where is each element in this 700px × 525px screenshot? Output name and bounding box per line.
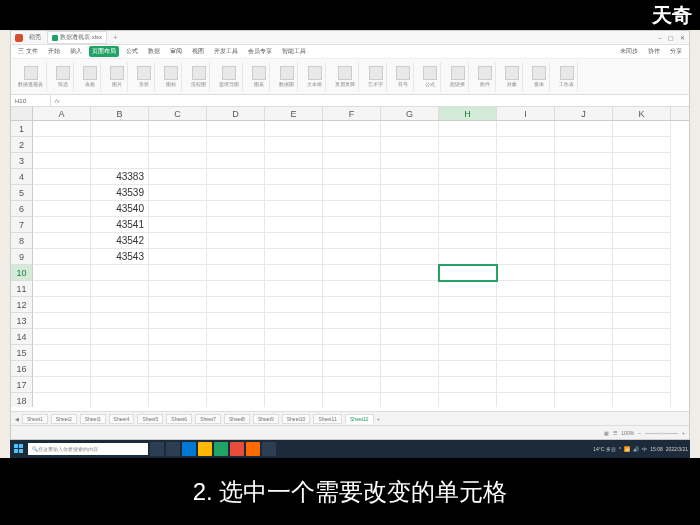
cell[interactable]: [149, 345, 207, 361]
cell[interactable]: [323, 153, 381, 169]
cell[interactable]: [265, 153, 323, 169]
row-header[interactable]: 10: [11, 265, 33, 281]
cell[interactable]: [207, 233, 265, 249]
cell[interactable]: [265, 393, 323, 407]
cell[interactable]: [613, 281, 671, 297]
cell[interactable]: [555, 137, 613, 153]
ribbon-group[interactable]: 图表: [249, 62, 270, 92]
cell[interactable]: [439, 201, 497, 217]
wifi-icon[interactable]: 📶: [624, 446, 630, 452]
menu-item[interactable]: 页面布局: [89, 46, 119, 57]
cell[interactable]: [439, 121, 497, 137]
row-header[interactable]: 11: [11, 281, 33, 297]
cell[interactable]: [439, 169, 497, 185]
cell[interactable]: [613, 249, 671, 265]
menu-item[interactable]: 数据: [145, 46, 163, 57]
menu-item[interactable]: 智能工具: [279, 46, 309, 57]
cell[interactable]: [555, 217, 613, 233]
cell[interactable]: [555, 345, 613, 361]
cell[interactable]: [381, 121, 439, 137]
add-sheet-button[interactable]: +: [377, 416, 380, 422]
zoom-slider[interactable]: ———○———: [645, 430, 678, 436]
ribbon-group[interactable]: 艺术字: [365, 62, 387, 92]
menu-item[interactable]: 审阅: [167, 46, 185, 57]
ribbon-group[interactable]: 图标: [161, 62, 182, 92]
cell[interactable]: [33, 137, 91, 153]
cell[interactable]: [323, 265, 381, 281]
sheet-tab[interactable]: Sheet7: [195, 414, 221, 424]
ribbon-group[interactable]: 文本框: [304, 62, 326, 92]
sheet-tab[interactable]: Sheet6: [166, 414, 192, 424]
cell[interactable]: [323, 137, 381, 153]
zoom-out-icon[interactable]: −: [638, 430, 641, 436]
cell[interactable]: [265, 361, 323, 377]
cell[interactable]: [91, 281, 149, 297]
cell[interactable]: [381, 393, 439, 407]
cell[interactable]: [439, 153, 497, 169]
cell[interactable]: [439, 329, 497, 345]
cell[interactable]: [439, 345, 497, 361]
cell[interactable]: [555, 393, 613, 407]
sheet-nav-prev-icon[interactable]: ◀: [15, 416, 19, 422]
sheet-tab[interactable]: Sheet1: [22, 414, 48, 424]
cell[interactable]: [265, 185, 323, 201]
cell[interactable]: [207, 281, 265, 297]
cell[interactable]: 43383: [91, 169, 149, 185]
cell[interactable]: [381, 329, 439, 345]
cell[interactable]: [33, 233, 91, 249]
cell[interactable]: [439, 393, 497, 407]
cell[interactable]: [381, 201, 439, 217]
menu-right-item[interactable]: 协作: [645, 46, 663, 57]
cell[interactable]: [497, 217, 555, 233]
column-header[interactable]: G: [381, 107, 439, 120]
taskbar-app-icon[interactable]: [262, 442, 276, 456]
cell[interactable]: [207, 249, 265, 265]
cell[interactable]: [207, 217, 265, 233]
date[interactable]: 2022/3/21: [666, 446, 688, 452]
taskbar-app-icon[interactable]: [182, 442, 196, 456]
cell[interactable]: [265, 249, 323, 265]
ribbon-group[interactable]: 公式: [420, 62, 441, 92]
cell[interactable]: [555, 185, 613, 201]
cell[interactable]: [149, 265, 207, 281]
row-header[interactable]: 2: [11, 137, 33, 153]
window-maximize-icon[interactable]: ▢: [668, 34, 674, 41]
menu-right-item[interactable]: 分享: [667, 46, 685, 57]
sheet-tab[interactable]: Sheet11: [313, 414, 342, 424]
cell[interactable]: [323, 393, 381, 407]
cell[interactable]: [497, 345, 555, 361]
tray-up-icon[interactable]: ^: [619, 446, 621, 452]
cell[interactable]: [207, 185, 265, 201]
cell[interactable]: [207, 265, 265, 281]
ribbon-group[interactable]: 对象: [502, 62, 523, 92]
cell[interactable]: [381, 185, 439, 201]
ribbon-group[interactable]: 数据图: [276, 62, 298, 92]
cell[interactable]: [265, 265, 323, 281]
cell[interactable]: [381, 249, 439, 265]
ribbon-group[interactable]: 超链接: [447, 62, 469, 92]
ribbon-group[interactable]: 形状: [134, 62, 155, 92]
cell[interactable]: [323, 345, 381, 361]
column-header[interactable]: C: [149, 107, 207, 120]
cell[interactable]: [207, 297, 265, 313]
cell[interactable]: [555, 249, 613, 265]
row-header[interactable]: 4: [11, 169, 33, 185]
menu-item[interactable]: 视图: [189, 46, 207, 57]
cell[interactable]: [149, 249, 207, 265]
cell[interactable]: [381, 361, 439, 377]
cell[interactable]: [33, 377, 91, 393]
cell[interactable]: [323, 217, 381, 233]
cell[interactable]: [265, 233, 323, 249]
cell[interactable]: [497, 233, 555, 249]
ribbon-group[interactable]: 图片: [107, 62, 128, 92]
cell[interactable]: [265, 345, 323, 361]
cell[interactable]: [207, 169, 265, 185]
zoom-value[interactable]: 100%: [621, 430, 634, 436]
taskbar-app-icon[interactable]: [166, 442, 180, 456]
cell[interactable]: [381, 217, 439, 233]
cell[interactable]: [91, 393, 149, 407]
cell[interactable]: [555, 265, 613, 281]
row-header[interactable]: 18: [11, 393, 33, 407]
cell[interactable]: [439, 217, 497, 233]
cell[interactable]: [381, 281, 439, 297]
